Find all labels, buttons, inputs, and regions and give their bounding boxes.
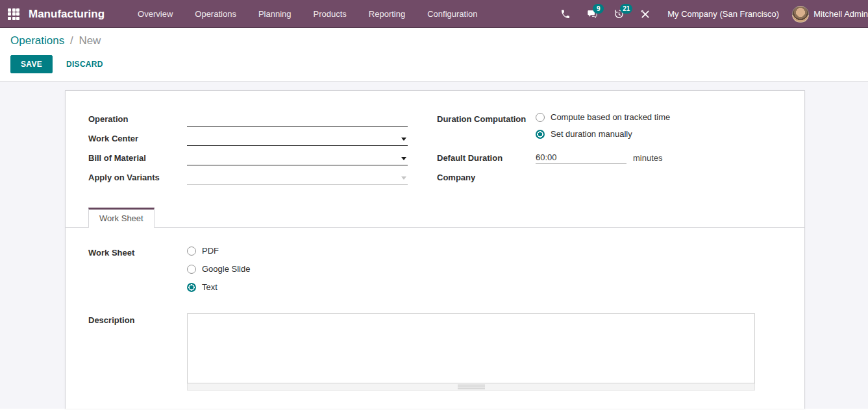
activities-icon[interactable]: 21: [606, 0, 632, 28]
field-work-center: Work Center: [88, 132, 408, 146]
systray: 9 21 My Company (San Francisco) Mitchell…: [552, 0, 868, 28]
field-bill-of-material: Bill of Material: [88, 151, 408, 165]
action-buttons: SAVE DISCARD: [10, 55, 868, 73]
field-duration-computation: Duration Computation Compute based on tr…: [437, 112, 782, 146]
field-work-sheet: Work Sheet PDF Google Slide: [88, 246, 782, 300]
work-center-label: Work Center: [88, 132, 187, 143]
bill-of-material-label: Bill of Material: [88, 151, 187, 163]
radio-icon[interactable]: [536, 113, 545, 122]
apply-on-variants-input: [187, 171, 408, 185]
radio-pdf[interactable]: PDF: [187, 246, 782, 256]
radio-set-duration-manually[interactable]: Set duration manually: [536, 129, 782, 139]
user-avatar: [792, 6, 809, 23]
notebook: Work Sheet Work Sheet PDF Google: [66, 208, 804, 391]
save-button[interactable]: SAVE: [10, 55, 53, 73]
radio-checked-icon[interactable]: [536, 130, 545, 139]
breadcrumb-current: New: [79, 34, 101, 47]
field-company: Company: [437, 171, 782, 185]
operation-input[interactable]: [187, 112, 408, 127]
form-left-column: Operation Work Center Bill of Mater: [88, 112, 408, 190]
breadcrumb: Operations / New: [10, 34, 868, 47]
tab-work-sheet[interactable]: Work Sheet: [88, 208, 155, 228]
tab-strip: Work Sheet: [66, 208, 804, 228]
menu-item-operations[interactable]: Operations: [184, 0, 247, 28]
form-right-column: Duration Computation Compute based on tr…: [437, 112, 782, 190]
control-panel: Operations / New SAVE DISCARD: [0, 28, 868, 82]
default-duration-label: Default Duration: [437, 151, 536, 163]
field-apply-on-variants: Apply on Variants: [88, 171, 408, 185]
menu-item-planning[interactable]: Planning: [247, 0, 303, 28]
tools-icon[interactable]: [632, 0, 658, 28]
top-navbar: Manufacturing Overview Operations Planni…: [0, 0, 868, 28]
field-operation: Operation: [88, 112, 408, 127]
radio-icon[interactable]: [187, 265, 196, 274]
user-menu[interactable]: Mitchell Admin: [788, 0, 868, 28]
textarea-resize-handle[interactable]: [187, 383, 755, 391]
app-name[interactable]: Manufacturing: [29, 8, 105, 21]
bill-of-material-input[interactable]: [187, 151, 408, 165]
duration-computation-radio-group: Compute based on tracked time Set durati…: [536, 112, 782, 146]
work-sheet-label: Work Sheet: [88, 246, 187, 258]
duration-computation-label: Duration Computation: [437, 112, 536, 124]
user-name: Mitchell Admin: [813, 9, 868, 19]
breadcrumb-separator: /: [68, 34, 76, 47]
duration-unit-label: minutes: [633, 153, 663, 163]
company-label: Company: [437, 171, 536, 182]
radio-checked-icon[interactable]: [187, 283, 196, 292]
discard-button[interactable]: DISCARD: [56, 56, 113, 73]
messages-icon[interactable]: 9: [578, 0, 606, 28]
form-sheet: Operation Work Center Bill of Mater: [65, 90, 805, 409]
main-menu: Overview Operations Planning Products Re…: [127, 0, 488, 28]
grip-icon: [458, 385, 485, 389]
radio-compute-tracked-time[interactable]: Compute based on tracked time: [536, 112, 782, 122]
default-duration-input[interactable]: [536, 151, 626, 164]
content-area: Operation Work Center Bill of Mater: [0, 82, 868, 409]
operation-label: Operation: [88, 112, 187, 124]
field-default-duration: Default Duration minutes: [437, 151, 782, 165]
company-switcher[interactable]: My Company (San Francisco): [658, 9, 788, 19]
radio-icon[interactable]: [187, 247, 196, 256]
menu-item-configuration[interactable]: Configuration: [416, 0, 488, 28]
breadcrumb-parent-link[interactable]: Operations: [10, 34, 64, 47]
apply-on-variants-label: Apply on Variants: [88, 171, 187, 182]
tab-content: Work Sheet PDF Google Slide: [66, 228, 804, 391]
field-description: Description: [88, 313, 782, 391]
description-label: Description: [88, 313, 187, 325]
menu-item-overview[interactable]: Overview: [127, 0, 184, 28]
form-grid: Operation Work Center Bill of Mater: [88, 112, 782, 190]
menu-item-products[interactable]: Products: [303, 0, 358, 28]
apps-menu-icon[interactable]: [8, 8, 19, 20]
work-center-input[interactable]: [187, 132, 408, 146]
worksheet-radio-group: PDF Google Slide Text: [187, 246, 782, 300]
description-textarea[interactable]: [187, 313, 755, 383]
messages-badge: 9: [593, 4, 604, 14]
menu-item-reporting[interactable]: Reporting: [358, 0, 416, 28]
radio-text[interactable]: Text: [187, 282, 782, 292]
activities-badge: 21: [620, 4, 632, 14]
phone-icon[interactable]: [552, 0, 578, 28]
radio-google-slide[interactable]: Google Slide: [187, 264, 782, 274]
